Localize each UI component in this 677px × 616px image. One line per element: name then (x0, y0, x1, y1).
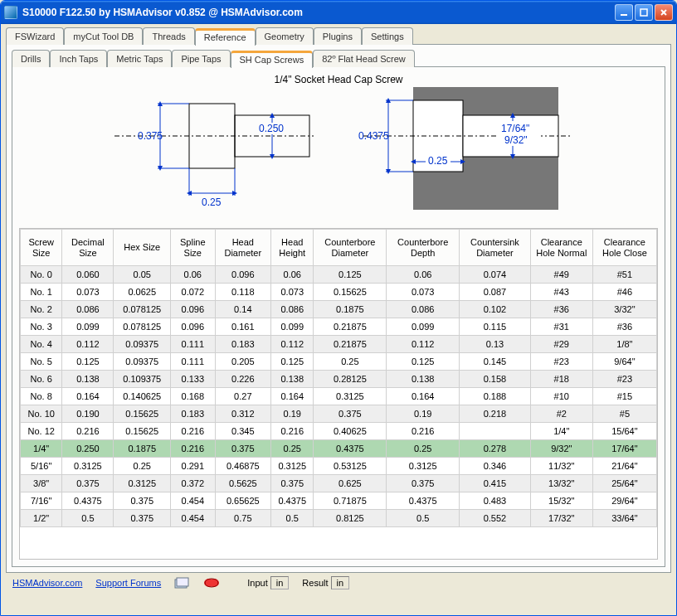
col-header[interactable]: Counterbore Depth (387, 230, 460, 266)
table-cell: 0.216 (387, 423, 460, 440)
result-unit-selector[interactable]: in (331, 576, 350, 589)
table-row[interactable]: 1/2"0.50.3750.4540.750.50.81250.50.55217… (21, 510, 657, 527)
link-hsmadvisor[interactable]: HSMAdvisor.com (12, 578, 82, 588)
table-cell: 0.312 (215, 405, 270, 423)
svg-point-29 (209, 579, 219, 587)
col-header[interactable]: Hex Size (114, 230, 171, 266)
close-button[interactable] (655, 4, 673, 21)
table-cell: 0.25 (271, 440, 314, 458)
minimize-button[interactable] (615, 4, 633, 21)
status-icon-1[interactable] (174, 577, 189, 589)
table-cell: 1/8" (592, 336, 656, 353)
table-cell: 7/16" (21, 492, 62, 510)
subtab-inch-taps[interactable]: Inch Taps (50, 50, 107, 67)
dim-clr-bot: 9/32" (504, 134, 528, 146)
tab-geometry[interactable]: Geometry (256, 27, 314, 45)
table-cell: 0.112 (62, 336, 114, 353)
table-cell: 0.096 (171, 301, 216, 318)
window-title: S10000 F122.50 by HSMAdvisor v0.852 @ HS… (22, 7, 303, 18)
table-cell: 0.375 (62, 475, 114, 492)
table-cell: 0.111 (171, 353, 216, 371)
table-row[interactable]: No. 120.2160.156250.2160.3450.2160.40625… (21, 423, 657, 440)
table-cell: 0.125 (62, 353, 114, 371)
table-cell: 0.183 (171, 405, 216, 423)
table-cell: 0.5625 (215, 475, 270, 492)
table-row[interactable]: No. 80.1640.1406250.1680.270.1640.31250.… (21, 388, 657, 405)
table-cell: 0.5 (387, 510, 460, 527)
col-header[interactable]: Counterbore Diameter (314, 230, 387, 266)
tab-threads[interactable]: Threads (143, 27, 194, 45)
screw-diagram: 1/4" Socket Head Cap Screw (19, 74, 658, 225)
table-row[interactable]: 7/16"0.43750.3750.4540.656250.43750.7187… (21, 492, 657, 510)
table-cell: 0.4375 (62, 492, 114, 510)
table-cell: #43 (530, 284, 592, 301)
table-cell: 0.073 (62, 284, 114, 301)
table-cell: 0.21875 (314, 336, 387, 353)
subtab-82-flat-head-screw[interactable]: 82º Flat Head Screw (313, 50, 415, 67)
tab-settings[interactable]: Settings (362, 27, 413, 45)
table-cell: 0.073 (387, 284, 460, 301)
table-cell: 0.372 (171, 475, 216, 492)
tab-fswizard[interactable]: FSWizard (6, 27, 64, 45)
table-cell: 0.099 (387, 318, 460, 336)
table-cell: 0.060 (62, 266, 114, 284)
table-row[interactable]: 1/4"0.2500.18750.2160.3750.250.43750.250… (21, 440, 657, 458)
table-row[interactable]: No. 30.0990.0781250.0960.1610.0990.21875… (21, 318, 657, 336)
table-row[interactable]: No. 60.1380.1093750.1330.2260.1380.28125… (21, 371, 657, 388)
table-cell: 0.375 (114, 510, 171, 527)
table-row[interactable]: No. 00.0600.050.060.0960.060.1250.060.07… (21, 266, 657, 284)
input-unit-selector[interactable]: in (270, 576, 290, 589)
link-support-forums[interactable]: Support Forums (95, 578, 161, 588)
table-row[interactable]: No. 100.1900.156250.1830.3120.190.3750.1… (21, 405, 657, 423)
col-header[interactable]: Head Height (271, 230, 314, 266)
table-cell: No. 0 (21, 266, 62, 284)
table-cell: 29/64" (592, 492, 656, 510)
table-cell: 0.25 (387, 440, 460, 458)
table-cell: 0.454 (171, 492, 216, 510)
table-cell: 0.454 (171, 510, 216, 527)
table-cell: 0.087 (460, 284, 531, 301)
col-header[interactable]: Screw Size (21, 230, 62, 266)
table-cell: 0.09375 (114, 353, 171, 371)
col-header[interactable]: Decimal Size (62, 230, 114, 266)
table-row[interactable]: No. 20.0860.0781250.0960.140.0860.18750.… (21, 301, 657, 318)
col-header[interactable]: Countersink Diameter (460, 230, 531, 266)
subtab-drills[interactable]: Drills (12, 50, 50, 67)
table-cell (460, 423, 531, 440)
table-row[interactable]: No. 10.0730.06250.0720.1180.0730.156250.… (21, 284, 657, 301)
table-cell: 0.205 (215, 353, 270, 371)
table-cell: 0.086 (387, 301, 460, 318)
tab-mycut-tool-db[interactable]: myCut Tool DB (64, 27, 143, 45)
table-row[interactable]: No. 40.1120.093750.1110.1830.1120.218750… (21, 336, 657, 353)
table-cell: 0.164 (387, 388, 460, 405)
maximize-button[interactable] (635, 4, 653, 21)
subtab-pipe-taps[interactable]: Pipe Taps (172, 50, 230, 67)
table-cell: 0.21875 (314, 318, 387, 336)
table-cell: #23 (530, 353, 592, 371)
table-cell: 1/4" (530, 423, 592, 440)
status-icon-2[interactable] (202, 577, 217, 589)
table-row[interactable]: 3/8"0.3750.31250.3720.56250.3750.6250.37… (21, 475, 657, 492)
tab-plugins[interactable]: Plugins (314, 27, 362, 45)
status-bar: HSMAdvisor.com Support Forums Input in R… (6, 573, 671, 591)
table-cell: No. 4 (21, 336, 62, 353)
col-header[interactable]: Spline Size (171, 230, 216, 266)
col-header[interactable]: Head Diameter (215, 230, 270, 266)
app-icon (4, 6, 17, 19)
table-row[interactable]: 5/16"0.31250.250.2910.468750.31250.53125… (21, 458, 657, 475)
table-cell: 0.133 (171, 371, 216, 388)
col-header[interactable]: Clearance Hole Close (592, 230, 656, 266)
subtab-metric-taps[interactable]: Metric Taps (107, 50, 172, 67)
table-cell: 15/64" (592, 423, 656, 440)
tab-reference[interactable]: Reference (195, 28, 256, 46)
titlebar: S10000 F122.50 by HSMAdvisor v0.852 @ HS… (1, 1, 676, 24)
screw-table-scroll[interactable]: Screw SizeDecimal SizeHex SizeSpline Siz… (19, 228, 658, 560)
table-cell: 3/32" (592, 301, 656, 318)
table-cell: 0.086 (62, 301, 114, 318)
table-row[interactable]: No. 50.1250.093750.1110.2050.1250.250.12… (21, 353, 657, 371)
col-header[interactable]: Clearance Hole Normal (530, 230, 592, 266)
diagram-title: 1/4" Socket Head Cap Screw (19, 74, 658, 85)
table-cell: 0.078125 (114, 318, 171, 336)
subtab-sh-cap-screws[interactable]: SH Cap Screws (231, 51, 314, 68)
table-cell: 0.216 (171, 440, 216, 458)
